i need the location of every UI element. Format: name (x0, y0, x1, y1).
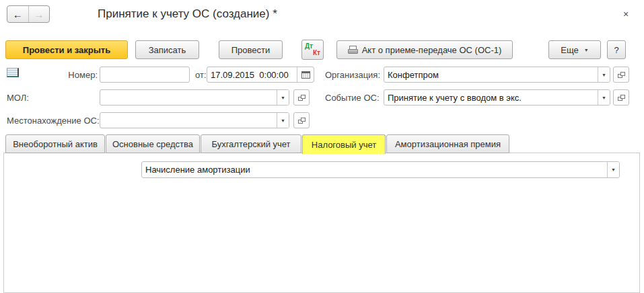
page-title: Принятие к учету ОС (создание) * (98, 7, 277, 21)
organization-field: ▼ (384, 67, 610, 83)
mol-open-button[interactable] (293, 89, 310, 106)
location-open-button[interactable] (293, 112, 310, 128)
forward-arrow-icon[interactable]: → (28, 6, 50, 22)
number-input[interactable] (100, 67, 189, 82)
organization-input[interactable] (384, 67, 598, 82)
organization-label: Организация: (325, 70, 380, 80)
open-icon (618, 72, 625, 78)
more-label: Еще (561, 45, 578, 55)
location-input[interactable] (100, 113, 277, 128)
event-label: Событие ОС: (325, 93, 380, 103)
printer-icon (348, 46, 358, 54)
open-icon (298, 118, 306, 124)
event-input[interactable] (384, 90, 598, 105)
event-field: ▼ (384, 89, 610, 106)
location-field: ▼ (100, 112, 289, 128)
date-input[interactable] (207, 67, 297, 82)
location-label: Местонахождение ОС: (7, 116, 100, 126)
help-button[interactable]: ? (607, 40, 626, 59)
mol-dropdown-icon[interactable]: ▼ (277, 90, 289, 105)
mol-label: МОЛ: (7, 93, 29, 103)
open-icon (618, 95, 625, 101)
organization-open-button[interactable] (613, 67, 629, 83)
document-form-icon (7, 68, 19, 77)
chevron-down-icon: ▼ (584, 48, 589, 52)
close-icon[interactable]: × (620, 8, 632, 20)
more-button[interactable]: Еще ▼ (548, 40, 601, 59)
tab-buhgalterskiy-uchet[interactable]: Бухгалтерский учет (201, 134, 301, 153)
calendar-icon[interactable] (297, 67, 314, 82)
expense-order-input[interactable] (142, 162, 607, 177)
tab-nalogovy-uchet[interactable]: Налоговый учет (302, 134, 386, 154)
date-label: от: (195, 70, 207, 80)
kt-label: Кт (305, 50, 320, 56)
expense-order-field: ▼ (141, 161, 620, 178)
tab-amortizatsionnaya-premiya[interactable]: Амортизационная премия (386, 134, 509, 153)
event-open-button[interactable] (613, 89, 629, 106)
date-field (207, 67, 314, 83)
write-button[interactable]: Записать (135, 40, 199, 59)
number-field (100, 67, 190, 83)
mol-field: ▼ (100, 89, 289, 106)
document-window: ← → Принятие к учету ОС (создание) * × П… (0, 0, 644, 293)
print-act-label: Акт о приеме-передаче ОС (ОС-1) (362, 45, 502, 55)
history-nav: ← → (7, 5, 50, 23)
open-icon (298, 95, 306, 101)
mol-input[interactable] (100, 90, 277, 105)
organization-dropdown-icon[interactable]: ▼ (598, 67, 610, 82)
expense-order-dropdown-icon[interactable]: ▼ (607, 162, 619, 177)
number-label: Номер: (37, 70, 98, 80)
dtkt-postings-button[interactable]: Дт Кт (301, 40, 324, 60)
tab-vneoborotny-aktiv[interactable]: Внеоборотный актив (5, 134, 105, 153)
back-arrow-icon[interactable]: ← (7, 6, 28, 22)
event-dropdown-icon[interactable]: ▼ (598, 90, 610, 105)
location-dropdown-icon[interactable]: ▼ (277, 113, 289, 128)
post-and-close-button[interactable]: Провести и закрыть (5, 40, 128, 59)
post-button[interactable]: Провести (219, 40, 283, 59)
print-act-button[interactable]: Акт о приеме-передаче ОС (ОС-1) (336, 40, 513, 59)
tab-osnovnye-sredstva[interactable]: Основные средства (106, 134, 200, 153)
